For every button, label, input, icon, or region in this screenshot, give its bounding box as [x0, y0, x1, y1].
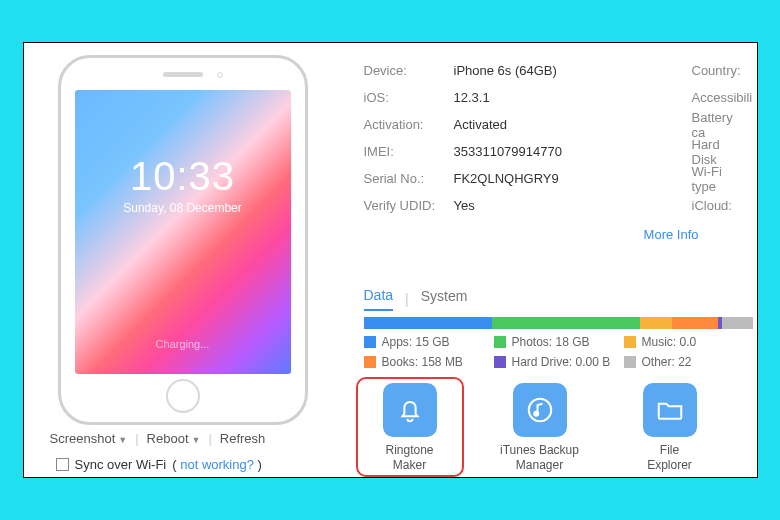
info-label: Device: — [364, 63, 454, 78]
separator: | — [135, 431, 138, 446]
swatch-icon — [624, 356, 636, 368]
phone-date: Sunday, 08 December — [123, 201, 242, 215]
svg-point-1 — [534, 412, 538, 416]
tools-row: RingtoneMaker iTunes BackupManager FileE… — [368, 383, 712, 473]
reboot-button[interactable]: Reboot▼ — [147, 431, 201, 446]
phone-frame: 10:33 Sunday, 08 December Charging... — [58, 55, 308, 425]
info-value: Yes — [454, 198, 475, 213]
main-panel: 10:33 Sunday, 08 December Charging... Sc… — [23, 42, 758, 478]
more-info-link[interactable]: More Info — [644, 227, 699, 242]
info-label: Hard Disk — [692, 137, 744, 167]
phone-mockup: 10:33 Sunday, 08 December Charging... — [58, 55, 308, 425]
sync-checkbox[interactable] — [56, 458, 69, 471]
phone-time: 10:33 — [130, 154, 235, 199]
info-label: iOS: — [364, 90, 454, 105]
swatch-icon — [494, 356, 506, 368]
storage-seg-apps — [364, 317, 493, 329]
info-label: IMEI: — [364, 144, 454, 159]
info-label: Battery ca — [692, 110, 744, 140]
legend-row: Apps: 15 GB Photos: 18 GB Music: 0.0 — [364, 335, 754, 349]
storage-seg-photos — [492, 317, 640, 329]
more-info-row: More Info — [364, 227, 744, 242]
tab-data[interactable]: Data — [364, 287, 394, 311]
refresh-button[interactable]: Refresh — [220, 431, 266, 446]
info-label: Country: — [692, 63, 741, 78]
info-label: Accessibili — [692, 90, 753, 105]
info-value: Activated — [454, 117, 507, 132]
info-row: Verify UDID: Yes iCloud: — [364, 192, 744, 219]
sync-row: Sync over Wi-Fi ( not working? ) — [56, 457, 262, 472]
info-value: FK2QLNQHGRY9 — [454, 171, 559, 186]
ringtone-highlight: RingtoneMaker — [356, 377, 464, 477]
info-label: Activation: — [364, 117, 454, 132]
separator: | — [208, 431, 211, 446]
info-label: Verify UDID: — [364, 198, 454, 213]
tabs: Data | System — [364, 287, 468, 311]
screenshot-button[interactable]: Screenshot▼ — [50, 431, 128, 446]
info-row: Activation: Activated Battery ca — [364, 111, 744, 138]
phone-home-button — [166, 379, 200, 413]
chevron-down-icon: ▼ — [192, 435, 201, 445]
info-label: Serial No.: — [364, 171, 454, 186]
swatch-icon — [364, 356, 376, 368]
legend-row: Books: 158 MB Hard Drive: 0.00 B Other: … — [364, 355, 754, 369]
chevron-down-icon: ▼ — [118, 435, 127, 445]
storage-seg-music — [640, 317, 671, 329]
phone-charging-status: Charging... — [156, 338, 210, 350]
legend-item: Apps: 15 GB — [364, 335, 494, 349]
device-info: Device: iPhone 6s (64GB) Country: iOS: 1… — [364, 57, 744, 242]
phone-controls: Screenshot▼ | Reboot▼ | Refresh — [50, 431, 266, 446]
sync-hint: ( not working? ) — [172, 457, 262, 472]
music-note-icon — [513, 383, 567, 437]
legend-item: Hard Drive: 0.00 B — [494, 355, 624, 369]
storage-bar — [364, 317, 754, 329]
info-value: 12.3.1 — [454, 90, 490, 105]
storage-legend: Apps: 15 GB Photos: 18 GB Music: 0.0 Boo… — [364, 335, 754, 375]
tool-label: RingtoneMaker — [385, 443, 433, 473]
swatch-icon — [624, 336, 636, 348]
swatch-icon — [494, 336, 506, 348]
storage-seg-books — [672, 317, 719, 329]
swatch-icon — [364, 336, 376, 348]
info-row: IMEI: 353311079914770 Hard Disk — [364, 138, 744, 165]
info-value: 353311079914770 — [454, 144, 562, 159]
legend-item: Photos: 18 GB — [494, 335, 624, 349]
phone-camera — [217, 72, 223, 78]
tool-label: iTunes BackupManager — [500, 443, 579, 473]
info-value: iPhone 6s (64GB) — [454, 63, 557, 78]
file-explorer-button[interactable]: FileExplorer — [628, 383, 712, 473]
legend-item: Books: 158 MB — [364, 355, 494, 369]
folder-icon — [643, 383, 697, 437]
info-row: Device: iPhone 6s (64GB) Country: — [364, 57, 744, 84]
ringtone-maker-button[interactable]: RingtoneMaker — [368, 383, 452, 473]
legend-item: Music: 0.0 — [624, 335, 754, 349]
not-working-link[interactable]: not working? — [180, 457, 254, 472]
sync-label: Sync over Wi-Fi — [75, 457, 167, 472]
itunes-backup-button[interactable]: iTunes BackupManager — [498, 383, 582, 473]
svg-point-0 — [528, 399, 551, 422]
info-label: iCloud: — [692, 198, 732, 213]
tool-label: FileExplorer — [647, 443, 692, 473]
info-row: iOS: 12.3.1 Accessibili — [364, 84, 744, 111]
phone-screen: 10:33 Sunday, 08 December Charging... — [75, 90, 291, 374]
phone-speaker — [163, 72, 203, 77]
separator: | — [405, 291, 409, 307]
tab-system[interactable]: System — [421, 288, 468, 310]
legend-item: Other: 22 — [624, 355, 754, 369]
storage-seg-other — [722, 317, 753, 329]
info-row: Serial No.: FK2QLNQHGRY9 Wi-Fi type — [364, 165, 744, 192]
info-label: Wi-Fi type — [692, 164, 744, 194]
bell-icon — [383, 383, 437, 437]
